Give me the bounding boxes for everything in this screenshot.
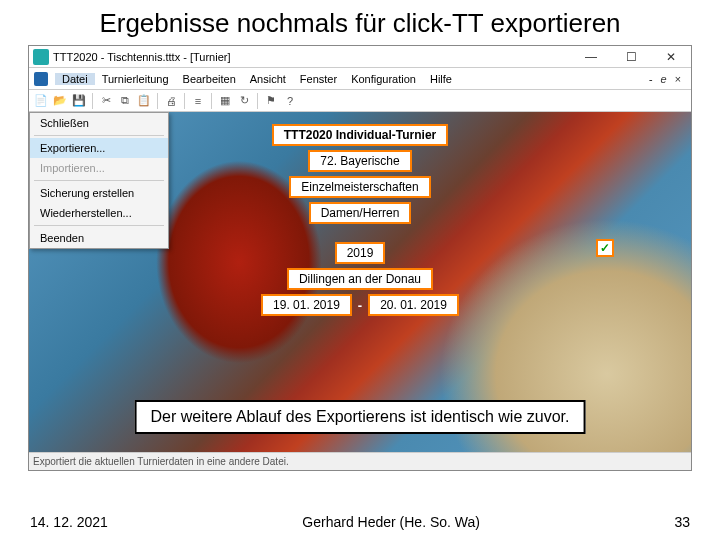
window-title: TTT2020 - Tischtennis.tttx - [Turnier] — [53, 51, 571, 63]
app-menu-icon[interactable] — [33, 71, 49, 87]
toolbar-separator — [211, 93, 212, 109]
footer-author: Gerhard Heder (He. So. Wa) — [302, 514, 480, 530]
menu-item-beenden[interactable]: Beenden — [30, 228, 168, 248]
status-text: Exportiert die aktuellen Turnierdaten in… — [33, 456, 289, 467]
footer-page: 33 — [674, 514, 690, 530]
menu-item-sicherung[interactable]: Sicherung erstellen — [30, 183, 168, 203]
field-app-title: TTT2020 Individual-Turnier — [272, 124, 448, 146]
toolbar: 📄 📂 💾 ✂ ⧉ 📋 🖨 ≡ ▦ ↻ ⚑ ? — [29, 90, 691, 112]
window-controls: — ☐ ✕ — [571, 46, 691, 68]
menu-turnierleitung[interactable]: Turnierleitung — [95, 73, 176, 85]
menu-konfiguration[interactable]: Konfiguration — [344, 73, 423, 85]
tool-paste-icon[interactable]: 📋 — [136, 93, 152, 109]
svg-rect-0 — [34, 72, 48, 86]
date-separator: - — [358, 298, 362, 313]
close-button[interactable]: ✕ — [651, 46, 691, 68]
menu-ansicht[interactable]: Ansicht — [243, 73, 293, 85]
tool-copy-icon[interactable]: ⧉ — [117, 93, 133, 109]
mdi-restore[interactable]: e — [660, 73, 666, 85]
field-date-to[interactable]: 20. 01. 2019 — [368, 294, 459, 316]
tool-new-icon[interactable]: 📄 — [33, 93, 49, 109]
slide-title: Ergebnisse nochmals für click-TT exporti… — [0, 0, 720, 45]
minimize-button[interactable]: — — [571, 46, 611, 68]
menu-bearbeiten[interactable]: Bearbeiten — [176, 73, 243, 85]
menu-separator — [34, 180, 164, 181]
annotation-note: Der weitere Ablauf des Exportierens ist … — [135, 400, 586, 434]
checkbox-icon[interactable]: ✓ — [596, 239, 614, 257]
field-date-from[interactable]: 19. 01. 2019 — [261, 294, 352, 316]
toolbar-separator — [257, 93, 258, 109]
tool-open-icon[interactable]: 📂 — [52, 93, 68, 109]
tool-refresh-icon[interactable]: ↻ — [236, 93, 252, 109]
tool-cut-icon[interactable]: ✂ — [98, 93, 114, 109]
toolbar-separator — [184, 93, 185, 109]
mdi-controls: - e × — [649, 73, 687, 85]
tool-help-icon[interactable]: ? — [282, 93, 298, 109]
tool-list-icon[interactable]: ≡ — [190, 93, 206, 109]
field-year[interactable]: 2019 — [335, 242, 386, 264]
footer-date: 14. 12. 2021 — [30, 514, 108, 530]
menu-hilfe[interactable]: Hilfe — [423, 73, 459, 85]
menubar: Datei Turnierleitung Bearbeiten Ansicht … — [29, 68, 691, 90]
mdi-min[interactable]: - — [649, 73, 653, 85]
menu-item-wiederherstellen[interactable]: Wiederherstellen... — [30, 203, 168, 223]
titlebar: TTT2020 - Tischtennis.tttx - [Turnier] —… — [29, 46, 691, 68]
menu-fenster[interactable]: Fenster — [293, 73, 344, 85]
menu-separator — [34, 135, 164, 136]
statusbar: Exportiert die aktuellen Turnierdaten in… — [29, 452, 691, 470]
slide-footer: 14. 12. 2021 Gerhard Heder (He. So. Wa) … — [0, 514, 720, 530]
menu-item-importieren: Importieren... — [30, 158, 168, 178]
tool-flag-icon[interactable]: ⚑ — [263, 93, 279, 109]
maximize-button[interactable]: ☐ — [611, 46, 651, 68]
field-line1[interactable]: 72. Bayerische — [308, 150, 411, 172]
tool-save-icon[interactable]: 💾 — [71, 93, 87, 109]
app-window: TTT2020 - Tischtennis.tttx - [Turnier] —… — [28, 45, 692, 471]
tournament-form: TTT2020 Individual-Turnier 72. Bayerisch… — [180, 120, 540, 320]
tool-grid-icon[interactable]: ▦ — [217, 93, 233, 109]
field-location[interactable]: Dillingen an der Donau — [287, 268, 433, 290]
tool-print-icon[interactable]: 🖨 — [163, 93, 179, 109]
menu-datei[interactable]: Datei — [55, 73, 95, 85]
menu-item-schliessen[interactable]: Schließen — [30, 113, 168, 133]
datei-dropdown: Schließen Exportieren... Importieren... … — [29, 112, 169, 249]
menu-separator — [34, 225, 164, 226]
field-line2[interactable]: Einzelmeisterschaften — [289, 176, 430, 198]
mdi-close[interactable]: × — [675, 73, 681, 85]
toolbar-separator — [157, 93, 158, 109]
toolbar-separator — [92, 93, 93, 109]
menu-item-exportieren[interactable]: Exportieren... — [30, 138, 168, 158]
app-icon — [33, 49, 49, 65]
document-area: Schließen Exportieren... Importieren... … — [29, 112, 691, 452]
field-line3[interactable]: Damen/Herren — [309, 202, 412, 224]
